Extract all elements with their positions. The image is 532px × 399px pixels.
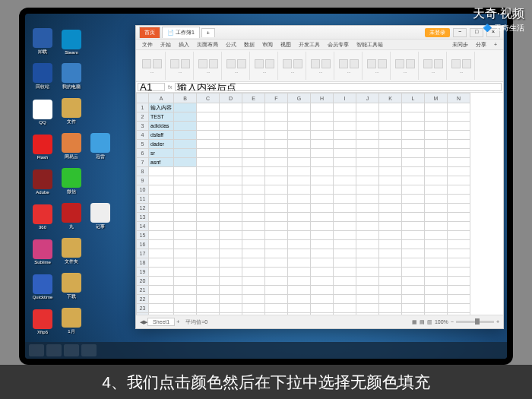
- cell[interactable]: [174, 204, 197, 213]
- cell[interactable]: [288, 158, 311, 167]
- cell[interactable]: [425, 231, 448, 240]
- cell[interactable]: [242, 140, 265, 149]
- cell[interactable]: [174, 185, 197, 195]
- column-header[interactable]: A: [149, 93, 174, 103]
- cell[interactable]: [174, 313, 197, 315]
- cell[interactable]: 输入内容: [149, 103, 174, 112]
- taskbar-item[interactable]: [81, 344, 97, 356]
- cell[interactable]: [311, 313, 334, 315]
- cell[interactable]: [149, 268, 174, 277]
- cell[interactable]: [448, 258, 470, 268]
- cell[interactable]: [448, 204, 470, 213]
- cell[interactable]: asnf: [149, 158, 174, 167]
- cell[interactable]: [197, 140, 220, 149]
- cell[interactable]: [356, 112, 379, 122]
- cell[interactable]: [197, 286, 220, 295]
- desktop-icon[interactable]: 记事: [87, 200, 114, 233]
- row-header[interactable]: 10: [137, 185, 149, 195]
- cell[interactable]: [311, 112, 334, 122]
- cell[interactable]: [379, 122, 402, 131]
- cell[interactable]: [356, 240, 379, 249]
- ribbon-button[interactable]: [283, 59, 292, 68]
- cell[interactable]: [242, 313, 265, 315]
- row-header[interactable]: 9: [137, 176, 149, 185]
- cell[interactable]: [220, 195, 242, 204]
- cell[interactable]: [334, 167, 356, 176]
- row-header[interactable]: 22: [137, 295, 149, 304]
- row-header[interactable]: 19: [137, 268, 149, 277]
- cell[interactable]: [197, 277, 220, 286]
- cell[interactable]: [425, 149, 448, 158]
- cell[interactable]: [242, 240, 265, 249]
- cell[interactable]: [402, 213, 425, 222]
- cell[interactable]: [311, 158, 334, 167]
- cell[interactable]: [379, 213, 402, 222]
- desktop-icon[interactable]: 下载: [58, 270, 85, 303]
- cell[interactable]: [242, 249, 265, 258]
- cell[interactable]: [220, 258, 242, 268]
- cell[interactable]: [242, 222, 265, 231]
- row-header[interactable]: 2: [137, 112, 149, 122]
- cell[interactable]: [197, 176, 220, 185]
- ribbon-button[interactable]: [423, 59, 432, 68]
- cell[interactable]: [402, 112, 425, 122]
- cell[interactable]: [149, 213, 174, 222]
- cell[interactable]: [242, 185, 265, 195]
- column-header[interactable]: L: [402, 93, 425, 103]
- cell[interactable]: [197, 195, 220, 204]
- cell[interactable]: [288, 258, 311, 268]
- cell[interactable]: [288, 185, 311, 195]
- cell[interactable]: [334, 204, 356, 213]
- cell[interactable]: [334, 222, 356, 231]
- cell[interactable]: [379, 240, 402, 249]
- cell[interactable]: [311, 295, 334, 304]
- cell[interactable]: [197, 268, 220, 277]
- cell[interactable]: [242, 103, 265, 112]
- row-header[interactable]: 12: [137, 204, 149, 213]
- column-header[interactable]: J: [356, 93, 379, 103]
- cell[interactable]: TEST: [149, 112, 174, 122]
- cell[interactable]: [448, 112, 470, 122]
- cell[interactable]: [311, 304, 334, 313]
- ribbon-button[interactable]: [321, 59, 331, 68]
- ribbon-button[interactable]: [255, 59, 264, 68]
- menu-item[interactable]: 文件: [140, 41, 155, 49]
- cell[interactable]: [425, 222, 448, 231]
- cell[interactable]: [425, 167, 448, 176]
- cell[interactable]: [288, 222, 311, 231]
- ribbon-button[interactable]: [462, 59, 471, 68]
- minimize-button[interactable]: −: [453, 28, 467, 37]
- cell[interactable]: [448, 268, 470, 277]
- cell[interactable]: [197, 112, 220, 122]
- cell[interactable]: [174, 240, 197, 249]
- cell[interactable]: [334, 258, 356, 268]
- wps-new-tab[interactable]: +: [201, 28, 215, 37]
- row-header[interactable]: 14: [137, 222, 149, 231]
- cell[interactable]: [265, 131, 288, 140]
- row-header[interactable]: 13: [137, 213, 149, 222]
- cell[interactable]: [220, 304, 242, 313]
- zoom-in[interactable]: +: [496, 319, 499, 325]
- row-header[interactable]: 8: [137, 167, 149, 176]
- cell[interactable]: [379, 258, 402, 268]
- cell[interactable]: [334, 286, 356, 295]
- desktop-icon[interactable]: 我的电脑: [58, 60, 85, 93]
- cell[interactable]: [265, 158, 288, 167]
- cell[interactable]: [311, 268, 334, 277]
- cell[interactable]: [356, 140, 379, 149]
- cell[interactable]: [356, 286, 379, 295]
- cell[interactable]: [402, 103, 425, 112]
- cell[interactable]: [265, 231, 288, 240]
- cell[interactable]: [311, 258, 334, 268]
- cell[interactable]: [356, 231, 379, 240]
- row-header[interactable]: 4: [137, 131, 149, 140]
- cell[interactable]: [220, 185, 242, 195]
- cell[interactable]: [174, 304, 197, 313]
- cell[interactable]: [197, 249, 220, 258]
- cell[interactable]: [402, 122, 425, 131]
- cell[interactable]: [334, 231, 356, 240]
- cell[interactable]: [402, 313, 425, 315]
- cell[interactable]: [288, 103, 311, 112]
- cell[interactable]: [448, 249, 470, 258]
- cell[interactable]: [242, 112, 265, 122]
